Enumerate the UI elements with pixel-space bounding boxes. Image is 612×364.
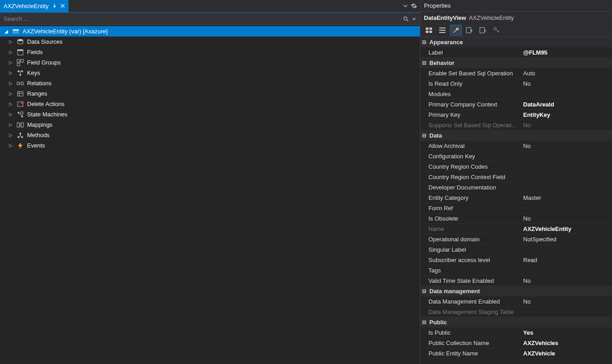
prop-row[interactable]: Country Region Codes [420, 161, 612, 172]
expander-icon[interactable]: ▷ [8, 133, 14, 138]
prop-category[interactable]: ⊟Behavior [420, 58, 612, 68]
collapse-icon[interactable]: ⊟ [420, 133, 428, 138]
property-grid[interactable]: ⊟AppearanceLabel@FLM95⊟BehaviorEnable Se… [420, 37, 612, 364]
gear-icon[interactable] [411, 3, 417, 9]
pin-icon[interactable] [52, 4, 57, 8]
prop-value[interactable]: AXZVehicle [520, 350, 612, 357]
prop-value[interactable]: Yes [520, 329, 612, 336]
prop-row[interactable]: Configuration Key [420, 151, 612, 161]
search-dropdown-icon[interactable] [412, 17, 416, 21]
wrench-icon[interactable] [450, 25, 462, 36]
tree-node-mappings[interactable]: ▷Mappings [0, 120, 420, 130]
expander-icon[interactable]: ▷ [8, 91, 14, 96]
prop-row[interactable]: Public Entity NameAXZVehicle [420, 348, 612, 359]
categorized-icon[interactable] [423, 25, 435, 36]
tree-root[interactable]: ◢ AXZVehicleEntity (var) [Axazure] [0, 26, 420, 37]
prop-row[interactable]: NameAXZVehicleEntity [420, 224, 612, 234]
prop-row[interactable]: Allow ArchivalNo [420, 141, 612, 151]
expander-icon[interactable]: ▷ [8, 60, 14, 65]
prop-row[interactable]: Developer Documentation [420, 182, 612, 193]
prop-category[interactable]: ⊟Data management [420, 286, 612, 296]
prop-row[interactable]: Form Ref [420, 203, 612, 213]
tree[interactable]: ◢ AXZVehicleEntity (var) [Axazure] ▷Data… [0, 25, 420, 364]
tree-node-state[interactable]: ▷State Machines [0, 109, 420, 120]
prop-row[interactable]: Enable Set Based Sql OperationAuto [420, 68, 612, 78]
prop-row[interactable]: Entity CategoryMaster [420, 193, 612, 203]
expander-icon[interactable]: ▷ [8, 39, 14, 44]
prop-row[interactable]: Tags [420, 265, 612, 276]
prop-row[interactable]: Data Management Staging Table [420, 307, 612, 317]
changed-props-icon[interactable] [464, 25, 475, 36]
collapse-icon[interactable]: ⊟ [420, 39, 428, 45]
prop-value[interactable]: No [520, 143, 612, 149]
prop-value[interactable]: Master [520, 194, 612, 201]
prop-category[interactable]: ⊟Public [420, 317, 612, 327]
prop-row[interactable]: Country Region Context Field [420, 172, 612, 182]
key-icon[interactable] [491, 25, 502, 36]
expander-icon[interactable]: ▷ [8, 112, 14, 117]
collapse-icon[interactable]: ⊟ [420, 319, 428, 325]
expander-icon[interactable]: ▷ [8, 70, 14, 75]
prop-row[interactable]: Is PublicYes [420, 327, 612, 338]
dropdown-icon[interactable] [403, 3, 408, 9]
tab-axzvehicleentity[interactable]: AXZVehicleEntity [0, 0, 69, 12]
prop-row[interactable]: Label@FLM95 [420, 47, 612, 58]
prop-category[interactable]: ⊟Appearance [420, 37, 612, 47]
svg-rect-18 [21, 112, 23, 114]
expander-icon[interactable]: ▷ [8, 122, 14, 127]
prop-row[interactable]: Primary Company ContextDataAreaId [420, 99, 612, 110]
close-icon[interactable] [60, 4, 65, 8]
collapse-icon[interactable]: ⊟ [420, 288, 428, 294]
prop-value[interactable]: No [520, 122, 612, 129]
properties-title-label: Properties [424, 2, 451, 9]
prop-row[interactable]: Primary KeyEntityKey [420, 110, 612, 120]
export-icon[interactable] [477, 25, 489, 36]
prop-row[interactable]: Is ObsoleteNo [420, 213, 612, 224]
prop-value[interactable]: DataAreaId [520, 101, 612, 108]
prop-value[interactable]: No [520, 298, 612, 305]
tree-node-fieldgroups[interactable]: ▷Field Groups [0, 57, 420, 68]
prop-value[interactable]: Auto [520, 70, 612, 77]
prop-row[interactable]: Data Management EnabledNo [420, 296, 612, 307]
tree-node-ranges[interactable]: ▷Ranges [0, 88, 420, 99]
tree-node-keys[interactable]: ▷Keys [0, 68, 420, 78]
prop-name: Modules [420, 91, 520, 97]
prop-value[interactable]: No [520, 80, 612, 87]
prop-row[interactable]: Valid Time State EnabledNo [420, 276, 612, 286]
prop-value[interactable]: @FLM95 [520, 49, 612, 56]
tree-node-delete[interactable]: ▷Delete Actions [0, 99, 420, 109]
prop-row[interactable]: Supports Set Based Sql OperationsNo [420, 120, 612, 130]
tree-node-methods[interactable]: ▷Methods [0, 130, 420, 140]
prop-category[interactable]: ⊟Data [420, 130, 612, 141]
prop-value[interactable]: AXZVehicleEntity [520, 226, 612, 232]
expander-icon[interactable]: ◢ [4, 29, 9, 34]
expander-icon[interactable]: ▷ [8, 101, 14, 106]
search-icon[interactable] [403, 16, 409, 22]
expander-icon[interactable]: ▷ [8, 143, 14, 148]
expander-icon[interactable]: ▷ [8, 50, 14, 55]
alphabetical-icon[interactable] [437, 25, 448, 36]
prop-value[interactable]: No [520, 215, 612, 222]
methods-icon [16, 131, 24, 139]
prop-row[interactable]: Singular Label [420, 244, 612, 255]
object-line[interactable]: DataEntityView AXZVehicleEntity [420, 12, 612, 23]
prop-value[interactable]: No [520, 277, 612, 284]
svg-rect-8 [17, 63, 20, 66]
prop-value[interactable]: AXZVehicles [520, 340, 612, 346]
tree-node-label: State Machines [27, 111, 68, 118]
prop-row[interactable]: Operational domainNotSpecified [420, 234, 612, 244]
tree-node-datasource[interactable]: ▷Data Sources [0, 37, 420, 47]
prop-row[interactable]: Public Collection NameAXZVehicles [420, 338, 612, 348]
tree-node-relations[interactable]: ▷Relations [0, 78, 420, 88]
expander-icon[interactable]: ▷ [8, 81, 14, 86]
prop-value[interactable]: Read [520, 257, 612, 263]
prop-value[interactable]: EntityKey [520, 111, 612, 118]
prop-row[interactable]: Subscriber access levelRead [420, 255, 612, 265]
prop-row[interactable]: Modules [420, 89, 612, 99]
tree-node-events[interactable]: ▷Events [0, 140, 420, 151]
search-input[interactable] [4, 15, 400, 22]
collapse-icon[interactable]: ⊟ [420, 60, 428, 66]
prop-row[interactable]: Is Read OnlyNo [420, 78, 612, 89]
tree-node-fields[interactable]: ▷Fields [0, 47, 420, 57]
prop-value[interactable]: NotSpecified [520, 236, 612, 243]
